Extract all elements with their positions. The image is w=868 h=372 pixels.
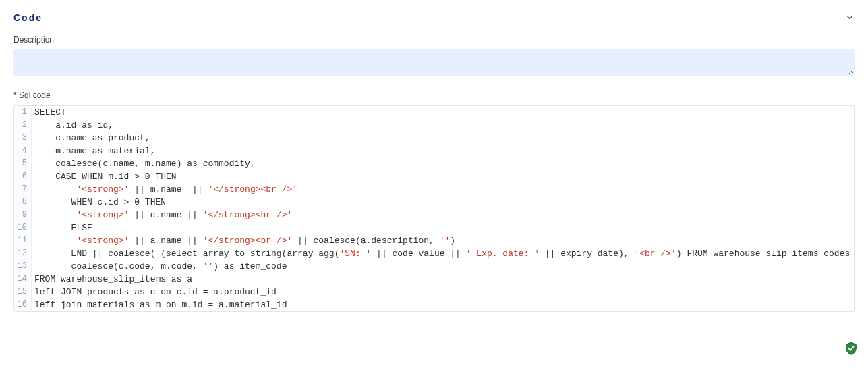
code-line[interactable]: 4 m.name as material,: [14, 144, 854, 157]
line-number: 5: [14, 157, 32, 170]
line-number: 11: [14, 234, 32, 247]
line-number: 15: [14, 286, 32, 298]
code-content[interactable]: FROM warehouse_slip_items as a: [32, 273, 854, 286]
line-number: 12: [14, 247, 32, 260]
code-content[interactable]: coalesce(c.code, m.code, '') as item_cod…: [32, 260, 854, 273]
line-number: 6: [14, 170, 32, 183]
shield-icon: [844, 341, 859, 356]
code-line[interactable]: 2 a.id as id,: [14, 119, 854, 132]
code-content[interactable]: a.id as id,: [32, 119, 854, 132]
code-line[interactable]: 7 '<strong>' || m.name || '</strong><br …: [14, 183, 854, 196]
code-line[interactable]: 13 coalesce(c.code, m.code, '') as item_…: [14, 260, 854, 273]
code-content[interactable]: c.name as product,: [32, 132, 854, 144]
code-line[interactable]: 6 CASE WHEN m.id > 0 THEN: [14, 170, 854, 183]
code-line[interactable]: 15left JOIN products as c on c.id = a.pr…: [14, 286, 854, 298]
line-number: 9: [14, 209, 32, 221]
code-line[interactable]: 9 '<strong>' || c.name || '</strong><br …: [14, 209, 854, 221]
code-line[interactable]: 1SELECT: [14, 106, 854, 119]
code-line[interactable]: 3 c.name as product,: [14, 132, 854, 144]
line-number: 13: [14, 260, 32, 273]
code-content[interactable]: coalesce(c.name, m.name) as commodity,: [32, 157, 854, 170]
code-content[interactable]: SELECT: [32, 106, 854, 119]
description-textarea[interactable]: [13, 49, 855, 76]
code-line[interactable]: 14FROM warehouse_slip_items as a: [14, 273, 854, 286]
line-number: 7: [14, 183, 32, 196]
section-title: Code: [13, 12, 42, 23]
code-content[interactable]: left join materials as m on m.id = a.mat…: [32, 298, 854, 311]
section-header: Code: [13, 12, 855, 23]
line-number: 14: [14, 273, 32, 286]
code-content[interactable]: '<strong>' || m.name || '</strong><br />…: [32, 183, 854, 196]
code-content[interactable]: CASE WHEN m.id > 0 THEN: [32, 170, 854, 183]
code-line[interactable]: 10 ELSE: [14, 221, 854, 234]
line-number: 10: [14, 221, 32, 234]
sql-code-editor[interactable]: 1SELECT2 a.id as id,3 c.name as product,…: [13, 105, 855, 312]
line-number: 3: [14, 132, 32, 144]
code-line[interactable]: 12 END || coalesce( (select array_to_str…: [14, 247, 854, 260]
line-number: 16: [14, 298, 32, 311]
code-content[interactable]: left JOIN products as c on c.id = a.prod…: [32, 286, 854, 298]
code-content[interactable]: '<strong>' || a.name || '</strong><br />…: [32, 234, 854, 247]
line-number: 8: [14, 196, 32, 209]
code-content[interactable]: END || coalesce( (select array_to_string…: [32, 247, 855, 260]
line-number: 4: [14, 144, 32, 157]
code-panel: Code Description * Sql code 1SELECT2 a.i…: [0, 0, 868, 323]
sql-code-label: * Sql code: [13, 90, 855, 100]
code-line[interactable]: 5 coalesce(c.name, m.name) as commodity,: [14, 157, 854, 170]
code-line[interactable]: 11 '<strong>' || a.name || '</strong><br…: [14, 234, 854, 247]
code-content[interactable]: WHEN c.id > 0 THEN: [32, 196, 854, 209]
chevron-down-icon[interactable]: [845, 13, 855, 22]
code-content[interactable]: '<strong>' || c.name || '</strong><br />…: [32, 209, 854, 221]
code-content[interactable]: m.name as material,: [32, 144, 854, 157]
description-label: Description: [13, 35, 855, 45]
code-content[interactable]: ELSE: [32, 221, 854, 234]
code-line[interactable]: 8 WHEN c.id > 0 THEN: [14, 196, 854, 209]
line-number: 2: [14, 119, 32, 132]
line-number: 1: [14, 106, 32, 119]
code-line[interactable]: 16left join materials as m on m.id = a.m…: [14, 298, 854, 311]
